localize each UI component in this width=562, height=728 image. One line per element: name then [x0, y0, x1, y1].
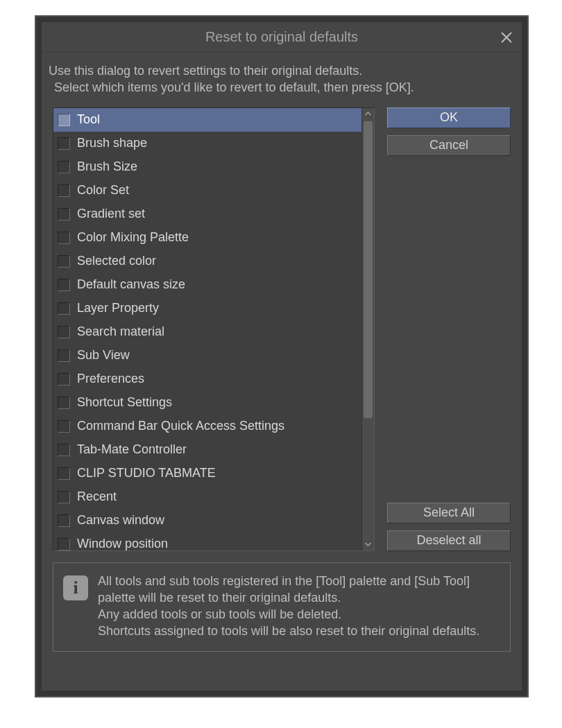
list-item-label: Color Mixing Palette — [77, 230, 189, 245]
list-item[interactable]: Shortcut Settings — [53, 391, 361, 415]
list-item-label: Default canvas size — [77, 277, 185, 292]
scroll-down-icon[interactable] — [362, 539, 374, 551]
checkbox[interactable] — [58, 208, 70, 220]
scrollbar[interactable] — [361, 108, 374, 551]
list-item-label: Selected color — [77, 254, 156, 268]
settings-list-panel: ToolBrush shapeBrush SizeColor SetGradie… — [53, 107, 375, 551]
list-item-label: Window position — [77, 537, 168, 551]
ok-button[interactable]: OK — [387, 107, 511, 128]
dialog-workarea: ToolBrush shapeBrush SizeColor SetGradie… — [42, 107, 522, 551]
list-item[interactable]: Brush Size — [53, 155, 361, 179]
list-item-label: Preferences — [77, 372, 144, 386]
close-icon[interactable] — [500, 31, 513, 44]
scrollbar-track[interactable] — [362, 120, 374, 539]
info-panel: i All tools and sub tools registered in … — [53, 562, 511, 652]
list-item-label: Layer Property — [77, 301, 159, 315]
list-item-label: Recent — [77, 489, 117, 504]
checkbox[interactable] — [58, 161, 70, 173]
cancel-button[interactable]: Cancel — [387, 135, 511, 156]
settings-list[interactable]: ToolBrush shapeBrush SizeColor SetGradie… — [53, 108, 361, 551]
checkbox[interactable] — [58, 255, 70, 268]
list-item[interactable]: Canvas window — [53, 509, 361, 532]
checkbox[interactable] — [58, 420, 70, 433]
list-item-label: Gradient set — [77, 207, 145, 221]
info-line-3: Shortcuts assigned to tools will be also… — [98, 623, 499, 639]
list-item[interactable]: Window position — [53, 532, 361, 551]
dialog-instructions: Use this dialog to revert settings to th… — [42, 53, 522, 107]
list-item[interactable]: Gradient set — [53, 202, 361, 226]
instruction-line-1: Use this dialog to revert settings to th… — [49, 62, 511, 79]
checkbox[interactable] — [58, 302, 70, 315]
list-item-label: Color Set — [77, 183, 129, 198]
list-item-label: Shortcut Settings — [77, 395, 172, 410]
list-item[interactable]: Tab-Mate Controller — [53, 438, 361, 462]
dialog-side-buttons: OK Cancel Select All Deselect all — [387, 107, 511, 551]
info-line-2: Any added tools or sub tools will be del… — [98, 606, 499, 623]
list-item[interactable]: CLIP STUDIO TABMATE — [53, 462, 361, 485]
list-item[interactable]: Tool — [53, 108, 361, 132]
dialog-title: Reset to original defaults — [205, 29, 358, 45]
select-all-button[interactable]: Select All — [387, 503, 511, 523]
checkbox[interactable] — [58, 373, 70, 385]
deselect-all-button[interactable]: Deselect all — [387, 530, 511, 551]
list-item-label: Search material — [77, 324, 164, 339]
list-item-label: Canvas window — [77, 513, 164, 528]
list-item[interactable]: Layer Property — [53, 297, 361, 320]
spacer — [387, 156, 511, 503]
instruction-line-2: Select which items you'd like to revert … — [49, 79, 511, 96]
list-item[interactable]: Command Bar Quick Access Settings — [53, 415, 361, 438]
scroll-up-icon[interactable] — [362, 108, 374, 120]
list-item-label: Brush Size — [77, 159, 137, 174]
list-item-label: CLIP STUDIO TABMATE — [77, 466, 216, 480]
checkbox[interactable] — [58, 538, 70, 551]
scrollbar-thumb[interactable] — [364, 121, 373, 418]
list-item[interactable]: Preferences — [53, 367, 361, 391]
checkbox[interactable] — [58, 279, 70, 291]
list-item[interactable]: Color Set — [53, 179, 361, 202]
list-item-label: Tool — [77, 112, 100, 127]
checkbox[interactable] — [58, 114, 70, 126]
checkbox[interactable] — [58, 514, 70, 527]
checkbox[interactable] — [58, 137, 70, 150]
list-item-label: Command Bar Quick Access Settings — [77, 419, 284, 433]
list-item[interactable]: Selected color — [53, 250, 361, 273]
checkbox[interactable] — [58, 232, 70, 244]
checkbox[interactable] — [58, 397, 70, 409]
checkbox[interactable] — [58, 184, 70, 197]
list-item-label: Brush shape — [77, 136, 147, 150]
list-item-label: Tab-Mate Controller — [77, 442, 187, 457]
checkbox[interactable] — [58, 444, 70, 456]
reset-defaults-dialog: Reset to original defaults Use this dial… — [42, 22, 522, 691]
checkbox[interactable] — [58, 349, 70, 362]
checkbox[interactable] — [58, 467, 70, 480]
dialog-titlebar: Reset to original defaults — [42, 22, 522, 53]
checkbox[interactable] — [58, 491, 70, 503]
list-item-label: Sub View — [77, 348, 130, 363]
info-text: All tools and sub tools registered in th… — [98, 573, 499, 640]
list-item[interactable]: Sub View — [53, 344, 361, 367]
list-item[interactable]: Default canvas size — [53, 273, 361, 297]
list-item[interactable]: Color Mixing Palette — [53, 226, 361, 250]
list-item[interactable]: Search material — [53, 320, 361, 344]
info-icon: i — [63, 575, 88, 600]
info-line-1: All tools and sub tools registered in th… — [98, 573, 499, 607]
app-frame: Reset to original defaults Use this dial… — [35, 15, 529, 697]
list-item[interactable]: Recent — [53, 485, 361, 509]
checkbox[interactable] — [58, 326, 70, 338]
list-item[interactable]: Brush shape — [53, 132, 361, 155]
